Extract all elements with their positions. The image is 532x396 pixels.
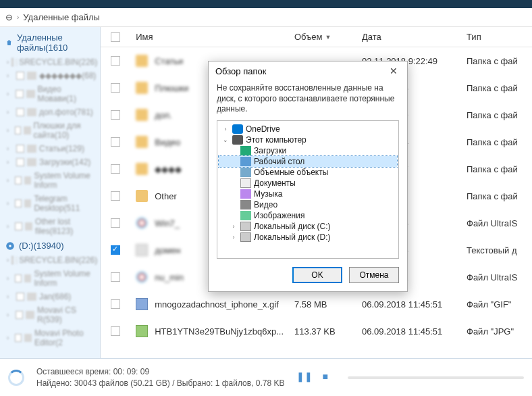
status-time: Оставшееся время: 00: 09: 09 [36,366,284,378]
chevron-icon[interactable]: › [230,223,238,230]
file-icon [136,82,148,94]
sidebar-item[interactable]: ›Плюшки для сайта(10) [0,119,100,142]
table-row[interactable]: mnogozadachnost_iphone_x.gif7.58 MB06.09… [101,291,532,318]
row-checkbox[interactable] [111,191,120,201]
sidebar-item[interactable]: ›Jan(686) [0,290,100,303]
column-name[interactable]: Имя [130,32,289,42]
tree-item[interactable]: Документы [219,178,397,189]
tree-item[interactable]: Загрузки [219,145,397,156]
close-icon[interactable]: ✕ [387,66,400,76]
tree-item-label: Рабочий стол [254,157,304,166]
row-checkbox[interactable] [111,137,120,147]
disk-icon [5,241,15,251]
tree-item-label: Локальный диск (D:) [254,232,331,242]
file-type: Файл UltraIS [461,218,532,228]
row-checkbox[interactable] [111,110,120,120]
file-icon [136,55,148,67]
desk-icon [240,157,251,166]
pause-button[interactable]: ❚❚ [296,371,310,385]
column-date[interactable]: Дата [356,32,461,42]
file-date: 06.09.2018 11:45:51 [356,326,461,337]
tree-item[interactable]: Объемные объекты [219,167,397,178]
sidebar-header-deleted[interactable]: Удаленные файлы(1610 [0,30,100,55]
sidebar-item[interactable]: ›System Volume Inform [0,267,100,290]
folder-tree[interactable]: ›OneDrive⌄Этот компьютер Загрузки Рабочи… [217,120,399,259]
dialog-title: Обзор папок [215,66,266,76]
file-type: Папка с фай [461,110,532,120]
file-icon [136,163,148,175]
column-header: Имя Объем▼ Дата Тип [101,27,532,47]
tree-item-label: Видео [254,200,277,209]
sidebar-item[interactable]: ›System Volume Inform [0,169,100,192]
sidebar-item[interactable]: ›SRECYCLE.BIN(226) [0,253,100,267]
sidebar-item[interactable]: ›Other lost files(8123) [0,215,100,238]
file-name: nu_min [155,272,184,282]
chevron-icon[interactable]: › [221,126,230,132]
table-row[interactable]: HTB1YTN3e29TBuNjy1zbq6xp...113.37 KB06.0… [101,318,532,345]
chevron-icon[interactable] [230,201,238,208]
sidebar-item[interactable]: ›Telegram Desktop(511 [0,192,100,215]
file-name: Статьи [155,56,183,66]
window-top-bar [0,0,532,8]
chevron-icon[interactable] [230,147,238,154]
sidebar-item[interactable]: ›Movavi Photo Editor(2 [0,326,100,349]
sidebar-item[interactable]: ›Видео Мовави(1) [0,82,100,105]
chevron-icon[interactable]: ⌄ [221,137,230,143]
sidebar-item[interactable]: ›Статьи(129) [0,142,100,155]
tree-item[interactable]: ›OneDrive [219,124,397,134]
file-date: 06.09.2018 11:45:51 [356,299,461,310]
file-name: HTB1YTN3e29TBuNjy1zbq6xp... [155,326,284,337]
file-name: Win7_ [155,218,180,228]
tree-item[interactable]: Рабочий стол [219,156,397,167]
row-checkbox[interactable] [111,299,120,309]
tree-item[interactable]: ⌄Этот компьютер [219,134,397,145]
file-type: Текстовый д [461,245,532,255]
row-checkbox[interactable] [111,56,120,66]
sidebar-item[interactable]: ›доп.фото(781) [0,105,100,119]
tree-item[interactable]: ›Локальный диск (C:) [219,221,397,232]
row-checkbox[interactable] [111,218,120,228]
tree-item[interactable]: Музыка [219,189,397,199]
tree-item-label: OneDrive [246,124,280,134]
select-all-checkbox[interactable] [101,32,130,42]
sidebar-header-d[interactable]: (D:)(13940) [0,238,100,253]
stop-button[interactable]: ■ [322,371,336,385]
row-checkbox[interactable] [111,164,120,174]
chevron-icon[interactable] [230,169,238,176]
back-icon[interactable]: ⊖ [5,12,13,22]
column-type[interactable]: Тип [461,32,532,42]
tree-item[interactable]: ›Локальный диск (D:) [219,232,397,243]
sidebar-item[interactable]: ›Movavi CS R(539) [0,303,100,326]
chevron-icon[interactable] [230,180,238,187]
progress-slider[interactable] [348,376,524,379]
chevron-icon[interactable] [230,191,238,197]
column-volume[interactable]: Объем▼ [289,32,356,42]
file-name: Плюшки [155,83,188,93]
status-found: Найдено: 30043 файлов (50.21 GB) / Выбра… [36,378,284,389]
breadcrumb-title: Удаленные файлы [23,12,100,22]
sidebar-item[interactable]: ›Загрузки(142) [0,155,100,169]
row-checkbox[interactable] [111,245,120,255]
tree-item-label: Изображения [254,211,304,220]
trash-icon [5,38,13,47]
ok-button[interactable]: OK [292,267,342,283]
chevron-icon[interactable] [230,158,238,165]
row-checkbox[interactable] [111,83,120,93]
chevron-icon[interactable]: › [230,234,238,241]
file-volume: 113.37 KB [289,326,356,337]
sidebar-item[interactable]: ›SRECYCLE.BIN(226) [0,55,100,69]
row-checkbox[interactable] [111,272,120,282]
vid-icon [240,200,251,209]
file-type: Файл "GIF" [461,299,532,310]
tree-item[interactable]: Видео [219,199,397,210]
file-type: Папка с фай [461,83,532,93]
status-bar: Оставшееся время: 00: 09: 09 Найдено: 30… [0,358,532,396]
row-checkbox[interactable] [111,326,120,336]
cancel-button[interactable]: Отмена [349,267,399,283]
sidebar-item[interactable]: ›◆◆◆◆◆◆◆(68) [0,69,100,82]
dialog-message: Не сохраняйте восстановленные данные на … [209,80,407,120]
tree-item[interactable]: Изображения [219,210,397,221]
chevron-icon[interactable] [230,212,238,219]
tree-item-label: Объемные объекты [254,168,328,177]
mus-icon [240,189,251,199]
